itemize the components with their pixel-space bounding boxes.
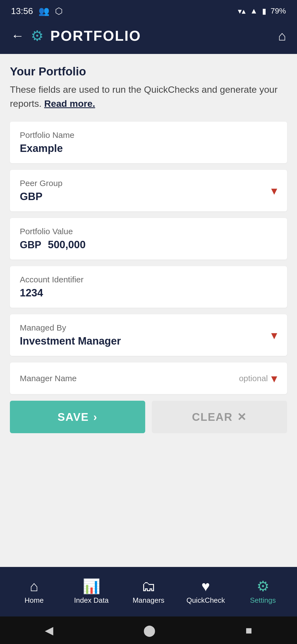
home-android-icon[interactable]: ⬤: [143, 624, 156, 637]
battery-level: 79%: [271, 7, 286, 15]
main-content: Your Portfolio These fields are used to …: [0, 54, 297, 567]
managed-by-chevron-icon: ▾: [271, 328, 277, 342]
nav-item-home[interactable]: ⌂ Home: [6, 579, 63, 605]
account-identifier-label: Account Identifier: [20, 275, 277, 284]
manager-name-row: Manager Name optional ▾: [20, 371, 277, 385]
managed-by-content: Managed By Investment Manager: [20, 323, 121, 347]
managers-nav-icon: 🗂: [141, 579, 156, 593]
settings-icon: ⚙: [31, 28, 44, 44]
clear-x-icon: ✕: [237, 411, 247, 423]
header: ← ⚙ PORTFOLIO ⌂: [0, 22, 297, 54]
home-button[interactable]: ⌂: [278, 28, 286, 43]
quickcheck-nav-label: QuickCheck: [186, 596, 225, 605]
managers-nav-label: Managers: [133, 596, 164, 605]
portfolio-name-value: Example: [20, 143, 63, 154]
peer-group-row: Peer Group GBP ▾: [20, 179, 277, 203]
settings-nav-label: Settings: [250, 596, 276, 605]
portfolio-value-row: GBP 500,000: [20, 239, 277, 251]
signal-icon: ▲: [250, 7, 258, 15]
header-left: ← ⚙ PORTFOLIO: [11, 28, 141, 44]
save-button[interactable]: SAVE ›: [10, 401, 145, 433]
nav-item-managers[interactable]: 🗂 Managers: [120, 579, 177, 605]
peer-group-chevron-icon: ▾: [271, 184, 277, 198]
status-left: 13:56 👥 ⬡: [11, 6, 63, 16]
portfolio-currency: GBP: [20, 239, 41, 251]
peer-group-field[interactable]: Peer Group GBP ▾: [10, 170, 287, 211]
peer-group-content: Peer Group GBP: [20, 179, 62, 203]
back-button[interactable]: ←: [11, 29, 24, 42]
portfolio-value-field[interactable]: Portfolio Value GBP 500,000: [10, 218, 287, 260]
managed-by-value: Investment Manager: [20, 335, 121, 347]
read-more-link[interactable]: Read more.: [44, 98, 95, 109]
clear-label: CLEAR: [192, 411, 233, 423]
quickcheck-nav-icon: ♥: [202, 579, 210, 593]
notification-icon: 👥: [38, 6, 50, 16]
manager-name-label: Manager Name: [20, 374, 77, 383]
settings-nav-icon: ⚙: [257, 579, 270, 593]
manager-name-right: optional ▾: [239, 371, 277, 385]
battery-icon: ▮: [262, 7, 266, 16]
nav-item-quickcheck[interactable]: ♥ QuickCheck: [177, 579, 234, 605]
sync-icon: ⬡: [55, 6, 63, 16]
portfolio-value-label: Portfolio Value: [20, 227, 277, 236]
wifi-icon: ▾▴: [238, 7, 246, 16]
back-android-icon[interactable]: ◀: [45, 624, 53, 637]
bottom-nav: ⌂ Home 📊 Index Data 🗂 Managers ♥ QuickCh…: [0, 567, 297, 616]
peer-group-label: Peer Group: [20, 179, 62, 188]
section-title: Your Portfolio: [10, 65, 287, 78]
nav-item-index-data[interactable]: 📊 Index Data: [63, 579, 120, 605]
nav-item-settings[interactable]: ⚙ Settings: [234, 579, 292, 605]
page-title: PORTFOLIO: [50, 28, 141, 44]
section-header: Your Portfolio These fields are used to …: [10, 65, 287, 111]
status-right: ▾▴ ▲ ▮ 79%: [238, 7, 286, 16]
home-nav-label: Home: [24, 596, 43, 605]
managed-by-row: Managed By Investment Manager ▾: [20, 323, 277, 347]
portfolio-amount: 500,000: [48, 239, 86, 251]
action-buttons: SAVE › CLEAR ✕: [10, 401, 287, 433]
account-identifier-field[interactable]: Account Identifier 1234: [10, 266, 287, 308]
status-bar: 13:56 👥 ⬡ ▾▴ ▲ ▮ 79%: [0, 0, 297, 22]
managed-by-label: Managed By: [20, 323, 121, 332]
portfolio-name-label: Portfolio Name: [20, 130, 277, 140]
time: 13:56: [11, 6, 33, 16]
clear-button[interactable]: CLEAR ✕: [152, 401, 287, 433]
portfolio-name-field[interactable]: Portfolio Name Example: [10, 122, 287, 163]
account-identifier-value: 1234: [20, 287, 43, 299]
home-nav-icon: ⌂: [30, 579, 38, 593]
index-data-nav-label: Index Data: [74, 596, 109, 605]
save-arrow-icon: ›: [93, 411, 97, 423]
android-nav: ◀ ⬤ ■: [0, 616, 297, 644]
manager-name-optional: optional: [239, 374, 268, 383]
save-label: SAVE: [57, 411, 89, 423]
managed-by-field[interactable]: Managed By Investment Manager ▾: [10, 314, 287, 356]
section-description: These fields are used to run the QuickCh…: [10, 83, 287, 111]
recents-android-icon[interactable]: ■: [246, 624, 252, 637]
index-data-nav-icon: 📊: [82, 579, 100, 593]
manager-name-chevron-icon: ▾: [271, 371, 277, 385]
peer-group-value: GBP: [20, 191, 42, 202]
manager-name-field[interactable]: Manager Name optional ▾: [10, 362, 287, 394]
